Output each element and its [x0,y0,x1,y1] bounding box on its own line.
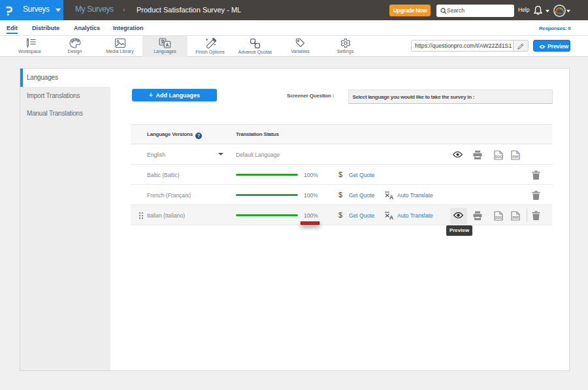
svg-text:PDF: PDF [512,155,519,159]
svg-text:PDF: PDF [512,216,519,219]
svg-text:DOC: DOC [495,155,503,159]
svg-text:DOC: DOC [495,216,503,219]
svg-text:A: A [389,194,393,200]
svg-text:A: A [389,214,393,220]
